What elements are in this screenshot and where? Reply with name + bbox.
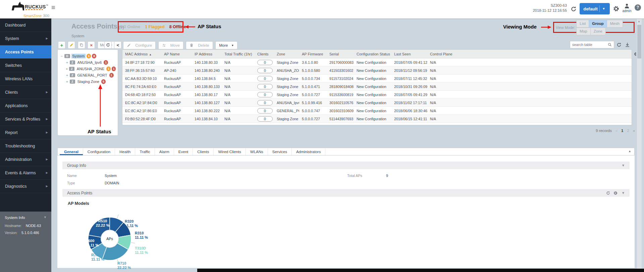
detail-tab[interactable]: General xyxy=(60,148,83,155)
tree-expander-icon[interactable]: + xyxy=(65,67,68,71)
view-mode-button[interactable]: Mesh xyxy=(607,20,623,28)
detail-tab[interactable]: WLANs xyxy=(246,148,268,155)
section-gear-icon[interactable] xyxy=(613,191,618,195)
table-row[interactable]: F0:B0:52:28:4F:D0 RuckusAP 140.138.84.10… xyxy=(122,115,632,123)
table-row[interactable]: D4:68:4D:18:F2:50 RuckusAP 140.138.80.17… xyxy=(122,91,632,99)
tree-expander-icon[interactable]: + xyxy=(65,80,69,84)
column-header[interactable]: Zone▲ xyxy=(274,52,299,56)
hamburger-menu-icon[interactable]: ≡ xyxy=(51,4,55,11)
table-row[interactable]: EC:8C:A2:1F:86:E0 RuckusAP 140.138.80.22… xyxy=(122,107,632,115)
table-row[interactable]: EC:8C:A2:1F:84:D0 RuckusAP 140.138.80.12… xyxy=(122,99,632,107)
column-header[interactable]: AP Name▲ xyxy=(161,52,192,56)
sidebar-item[interactable]: Dashboard ▶ xyxy=(0,18,51,32)
section-refresh-icon[interactable] xyxy=(606,191,610,195)
prev-page-icon[interactable]: « xyxy=(615,129,618,133)
detail-tab[interactable]: Services xyxy=(268,148,292,155)
tree-node[interactable]: − D System 1 8 xyxy=(60,53,116,59)
scroll-up-icon[interactable]: ▲ xyxy=(638,20,640,23)
tree-refresh-button[interactable] xyxy=(104,41,112,49)
detail-tab[interactable]: Administrators xyxy=(292,148,326,155)
help-icon[interactable]: ? xyxy=(635,4,641,11)
column-header[interactable]: Serial▲ xyxy=(327,52,354,56)
sidebar-item[interactable]: Diagnostics ▶ xyxy=(0,180,51,193)
header-settings-gear-icon[interactable] xyxy=(613,5,619,12)
view-mode-button[interactable]: List xyxy=(576,20,589,28)
clients-count-box[interactable]: 0 xyxy=(257,68,273,73)
tree-expander-icon[interactable]: + xyxy=(65,60,69,64)
collapse-caret-icon[interactable]: ▼ xyxy=(622,191,625,195)
chevron-down-icon: ▼ xyxy=(231,44,234,47)
collapse-detail-icon[interactable]: ▲ xyxy=(628,149,631,153)
column-header[interactable]: Total Traffic (1hr)▲ xyxy=(222,52,255,56)
delete-x-button[interactable]: × xyxy=(88,41,95,49)
header-refresh-icon[interactable] xyxy=(571,6,577,12)
detail-tab[interactable]: Health xyxy=(115,148,135,155)
configure-button[interactable]: Configure xyxy=(123,41,156,49)
more-button[interactable]: More▼ xyxy=(215,41,237,49)
clients-count-box[interactable]: 0 xyxy=(257,84,273,89)
edit-button[interactable] xyxy=(68,41,75,49)
download-icon[interactable] xyxy=(625,42,630,47)
vertical-scrollbar[interactable]: ▲ xyxy=(636,19,642,272)
user-menu[interactable]: admin xyxy=(621,3,633,13)
column-header[interactable]: Configuration Status▲ xyxy=(354,52,391,56)
clients-count-box[interactable]: 0 xyxy=(257,100,273,105)
detail-tab[interactable]: Configuration xyxy=(83,148,115,155)
column-header[interactable]: IP Address▲ xyxy=(192,52,222,56)
add-button[interactable]: + xyxy=(58,41,65,49)
clients-count-box[interactable]: 0 xyxy=(257,60,273,65)
sidebar-item[interactable]: Wireless LANs ▶ xyxy=(0,72,51,86)
scrollbar-thumb[interactable] xyxy=(637,25,641,58)
collapse-caret-icon[interactable]: ▼ xyxy=(622,164,625,167)
column-header[interactable]: Last Seen▲ xyxy=(391,52,427,56)
sidebar-item[interactable]: Applications ▶ xyxy=(0,99,51,112)
tree-node[interactable]: + Z ANUSHA_Ipv6 1 xyxy=(60,59,116,65)
detail-tab[interactable]: Event xyxy=(174,148,193,155)
sidebar-item[interactable]: Report ▶ xyxy=(0,126,51,139)
delete-button[interactable]: Delete xyxy=(186,41,213,49)
collapse-panel-button[interactable]: < xyxy=(114,41,121,49)
view-mode-button[interactable]: Group xyxy=(589,20,607,28)
sidebar-item[interactable]: System ▶ xyxy=(0,32,51,45)
column-header[interactable]: Control Plane▲ xyxy=(427,52,632,56)
column-header[interactable]: AP Firmware▲ xyxy=(299,52,327,56)
copy-button[interactable] xyxy=(78,41,85,49)
column-header[interactable]: Clients▲ xyxy=(255,52,274,56)
tree-node[interactable]: + Z GENERAL_PORT 1 xyxy=(60,72,116,78)
sidebar-item[interactable]: Services & Profiles ▶ xyxy=(0,112,51,126)
move-button[interactable]: Move xyxy=(158,41,183,49)
group-info-section-bar[interactable]: Group Info ▼ xyxy=(62,162,630,169)
tree-node[interactable]: + Z ANUSHA_ZONE 1 1 xyxy=(60,65,116,72)
collapse-caret-icon[interactable]: ▼ xyxy=(44,216,47,220)
sidebar-item[interactable]: Access Points ▶ xyxy=(0,45,51,59)
clients-count-box[interactable]: 0 xyxy=(257,108,273,114)
detail-tab[interactable]: Traffic xyxy=(135,148,155,155)
column-header[interactable]: MAC Address▲ xyxy=(122,52,161,56)
sidebar-item[interactable]: Events & Alarms ▶ xyxy=(0,166,51,180)
clients-count-box[interactable]: 0 xyxy=(257,76,273,81)
view-mode-button[interactable]: Zone xyxy=(590,28,606,35)
sidebar-item[interactable]: Clients ▶ xyxy=(0,86,51,99)
table-row[interactable]: 6C:AA:B3:3D:59:10 RuckusAP 140.138.84.5 … xyxy=(122,75,632,83)
tree-expander-icon[interactable]: − xyxy=(60,54,64,58)
domain-selector-button[interactable]: default▼ xyxy=(580,3,610,14)
sidebar-item[interactable]: Troubleshooting ▶ xyxy=(0,139,51,153)
table-row[interactable]: 38:FF:36:15:57:60 AP-240 140.138.80.240 … xyxy=(122,66,632,75)
access-points-section-bar[interactable]: Access Points ▼ xyxy=(62,189,630,197)
tree-node[interactable]: + Z Staging Zone 5 xyxy=(60,78,116,85)
page-number[interactable]: 1 xyxy=(621,129,623,133)
view-mode-button[interactable]: Map xyxy=(576,28,590,35)
detail-tab[interactable]: Wired Clients xyxy=(214,148,246,155)
clients-count-box[interactable]: 0 xyxy=(257,92,273,97)
detail-tab[interactable]: Alarm xyxy=(155,148,174,155)
table-row[interactable]: 8C:FE:74:2A:60:E0 RuckusAP 140.138.80.13… xyxy=(122,83,632,91)
clients-count-box[interactable]: 0 xyxy=(257,116,273,122)
next-page-icon[interactable]: » xyxy=(633,129,635,133)
table-refresh-icon[interactable] xyxy=(616,42,622,47)
sidebar-item[interactable]: Switches ▶ xyxy=(0,59,51,72)
sidebar-item[interactable]: Administration ▶ xyxy=(0,153,51,166)
tree-expander-icon[interactable]: + xyxy=(65,73,69,77)
page-number[interactable]: 2 xyxy=(627,129,629,133)
detail-tab[interactable]: Clients xyxy=(193,148,214,155)
table-row[interactable]: 34:8F:27:18:72:90 RuckusAP 140.138.80.33… xyxy=(122,58,632,66)
